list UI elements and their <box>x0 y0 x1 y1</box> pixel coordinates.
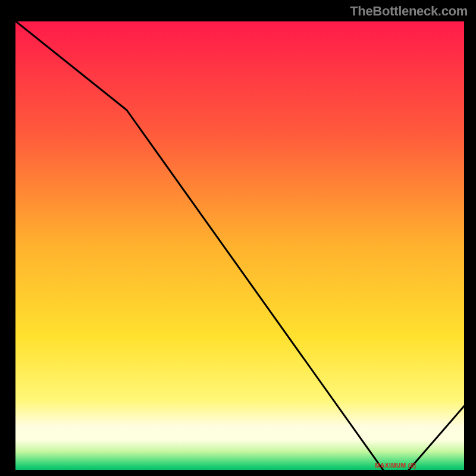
plot-svg <box>14 20 466 472</box>
plot-area: MAXIMUM (0) <box>12 18 464 470</box>
max-point-label: MAXIMUM (0) <box>375 462 416 469</box>
chart-root: TheBottleneck.com MAXIMUM (0) <box>0 0 476 476</box>
brand-watermark: TheBottleneck.com <box>350 4 468 19</box>
gradient-bg <box>14 20 466 472</box>
